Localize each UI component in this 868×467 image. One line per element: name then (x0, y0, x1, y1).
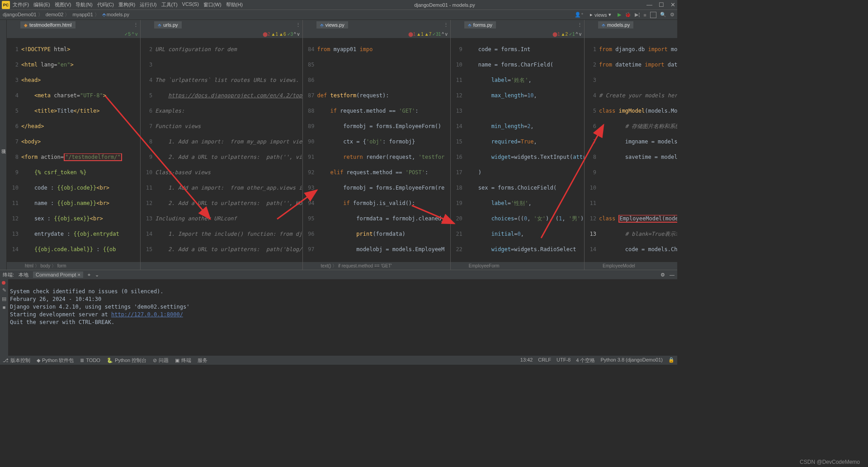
vcs-button[interactable] (650, 12, 656, 18)
settings-icon[interactable]: ⚙ (670, 12, 675, 18)
editor-pane-2: ⬘urls.py⋮ ⬤2 ▲1 ▲6 ✓3 ^ v 2URL configura… (141, 20, 302, 270)
editor-pane-4: ⬘forms.py⋮ ⬤1 ▲2 ✓1 ^ v 9 code = forms.I… (451, 20, 585, 270)
breadcrumb[interactable]: djangoDemo01〉 demo02〉 myapp01〉 ⬘models.p… (3, 11, 129, 18)
terminal-dropdown-icon[interactable]: ⌄ (95, 272, 99, 278)
terminal-output[interactable]: System check identified no issues (0 sil… (8, 279, 677, 356)
editor-pane-1: ◆testmodelform.html⋮ ✓5 ^ v 1<!DOCTYPE h… (7, 20, 141, 270)
editor-breadcrumb-1[interactable]: html 〉 body 〉 form (7, 262, 140, 270)
terminal-local-label[interactable]: 本地 (19, 272, 28, 278)
main-menu[interactable]: 文件(F)编辑(E)视图(V)导航(N)代码(C)重构(R)运行(U)工具(T)… (13, 1, 243, 8)
editor-splitter: ◆testmodelform.html⋮ ✓5 ^ v 1<!DOCTYPE h… (7, 20, 677, 270)
user-icon[interactable]: 👤⁺ (575, 12, 584, 18)
status-services[interactable]: 服务 (198, 357, 208, 364)
terminal-settings-icon[interactable]: ⚙ (660, 272, 665, 278)
status-python-packages[interactable]: ◆ Python 软件包 (37, 357, 74, 364)
terminal-title: 终端: (3, 272, 14, 278)
code-editor-5[interactable]: 1from django.db import mo 2from datetime… (585, 38, 677, 262)
left-tool-strip[interactable]: 项目 (0, 20, 7, 270)
code-editor-1[interactable]: 1<!DOCTYPE html> 2<html lang="en"> 3<hea… (7, 38, 140, 262)
status-encoding[interactable]: UTF-8 (557, 357, 571, 364)
code-editor-4[interactable]: 9 code = forms.Int 10 name = forms.CharF… (451, 38, 584, 262)
tab-testmodelform-html[interactable]: ◆testmodelform.html (20, 21, 75, 29)
terminal-gutter[interactable]: ✎▤■ (0, 279, 8, 356)
editor-pane-5: ⬘models.py⋮ ▲2 ▲4 ✓7 ^ v 1from django.db… (585, 20, 677, 270)
status-caret-pos[interactable]: 13:42 (520, 357, 533, 364)
debug-button[interactable]: 🐞 (625, 12, 631, 18)
inspection-badges[interactable]: ✓5 ^ v (124, 32, 137, 37)
status-indent[interactable]: 4 个空格 (576, 357, 595, 364)
editor-pane-3: ⬘views.py⋮ ⬤1 ▲1 ▲7 ✓31 ^ v 84from myapp… (303, 20, 451, 270)
tab-models-py[interactable]: ⬘models.py (598, 21, 633, 29)
terminal-panel: 终端: 本地 Command Prompt × + ⌄ ⚙ — ✎▤■ Syst… (0, 270, 677, 356)
window-buttons[interactable]: —☐✕ (646, 1, 675, 8)
status-todo[interactable]: ≣ TODO (80, 357, 100, 363)
status-version-control[interactable]: ⎇ 版本控制 (3, 357, 30, 364)
code-editor-3[interactable]: 84from myapp01 impo 85 86 87def testform… (303, 38, 450, 262)
tab-urls-py[interactable]: ⬘urls.py (154, 21, 181, 29)
status-line-sep[interactable]: CRLF (538, 357, 551, 364)
code-editor-2[interactable]: 2URL configuration for dem 3 4The `urlpa… (141, 38, 302, 262)
navigation-bar: djangoDemo01〉 demo02〉 myapp01〉 ⬘models.p… (0, 10, 677, 20)
terminal-tab[interactable]: Command Prompt × (33, 272, 83, 278)
status-terminal[interactable]: ▣ 终端 (175, 357, 191, 364)
tab-menu-icon[interactable]: ⋮ (133, 22, 138, 28)
app-logo: PC (2, 1, 10, 9)
status-problems[interactable]: ⊘ 问题 (153, 357, 169, 364)
tab-forms-py[interactable]: ⬘forms.py (464, 21, 496, 29)
terminal-hide-icon[interactable]: — (670, 272, 675, 277)
more-run-button[interactable]: ▶¦ (635, 12, 640, 18)
status-lock-icon[interactable]: 🔒 (668, 357, 675, 364)
terminal-add-button[interactable]: + (88, 272, 90, 277)
status-bar: ⎇ 版本控制 ◆ Python 软件包 ≣ TODO 🐍 Python 控制台 … (0, 356, 677, 365)
title-bar: PC 文件(F)编辑(E)视图(V)导航(N)代码(C)重构(R)运行(U)工具… (0, 0, 677, 10)
run-config[interactable]: ▸ views ▾ (587, 11, 614, 18)
window-title: djangoDemo01 - models.py (243, 2, 646, 8)
run-button[interactable]: ▶ (618, 12, 621, 18)
tab-views-py[interactable]: ⬘views.py (316, 21, 348, 29)
stop-button[interactable]: ■ (643, 12, 646, 18)
search-icon[interactable]: 🔍 (660, 12, 666, 18)
status-python-console[interactable]: 🐍 Python 控制台 (107, 357, 146, 364)
status-interpreter[interactable]: Python 3.8 (djangoDemo01) (600, 357, 663, 364)
